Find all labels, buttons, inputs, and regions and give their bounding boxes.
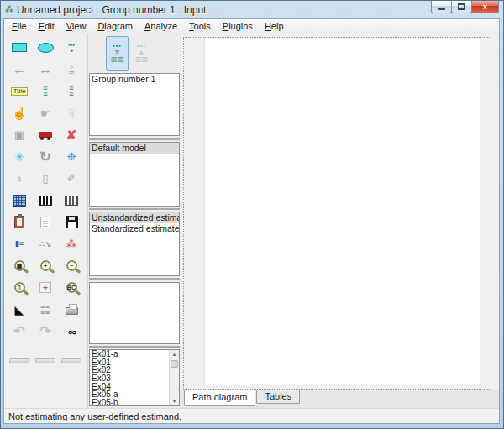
search-button[interactable]: ∞ xyxy=(60,322,83,341)
duplicate-objects-button[interactable]: ▣ xyxy=(8,125,31,144)
view-input-path-diagram-button[interactable]: ▪▪▪ ▼ ▥▥ xyxy=(106,36,129,71)
scroll-up-icon[interactable]: ▲ xyxy=(170,350,179,358)
main-area: ▪▪▪ ● ← ↔ ○ ▭ Title ≡ ≡ ≡ ≡ ☝ ☛ xyxy=(4,34,499,408)
draw-ellipse-button[interactable] xyxy=(34,38,57,57)
scroll-thumb[interactable] xyxy=(171,360,178,368)
menu-tools[interactable]: Tools xyxy=(183,19,217,34)
undo-button[interactable]: ↶ xyxy=(8,322,31,341)
title-icon: Title xyxy=(11,87,27,96)
close-button[interactable]: × xyxy=(471,1,499,13)
draw-latent-variable-button[interactable]: ▪▪▪ ● xyxy=(60,38,83,57)
maximize-button[interactable] xyxy=(451,1,472,13)
scroll-icon: ▯ xyxy=(42,173,48,184)
select-all-button[interactable]: ☛ xyxy=(34,103,57,123)
calculate-estimates-button[interactable] xyxy=(8,212,31,232)
resize-diagram-button[interactable]: + xyxy=(34,278,57,297)
tab[interactable]: Tables xyxy=(256,390,300,404)
keyboard-light-icon xyxy=(65,196,78,206)
loupe-button[interactable]: BC xyxy=(60,278,83,297)
toolbar-stub-button[interactable] xyxy=(34,343,57,363)
zoom-in-button[interactable]: + xyxy=(34,256,57,275)
estimate-item[interactable]: Standardized estimates xyxy=(90,223,179,234)
drag-properties-button[interactable]: ∴↘ xyxy=(34,234,57,254)
draw-covariance-button[interactable]: ↔ xyxy=(34,60,57,79)
view-text-output-button[interactable] xyxy=(34,212,57,232)
empty-list[interactable] xyxy=(89,282,180,344)
minimize-icon xyxy=(438,8,445,10)
estimate-item[interactable]: Unstandardized estimates xyxy=(90,212,179,223)
wand-icon: ✐ xyxy=(67,173,76,184)
menu-plugins[interactable]: Plugins xyxy=(217,19,259,34)
resize-icon: + xyxy=(39,282,51,293)
menu-diagram[interactable]: Diagram xyxy=(92,19,139,34)
menu-edit[interactable]: Edit xyxy=(33,19,60,34)
model-item[interactable]: Default model xyxy=(90,143,179,154)
estimates-list[interactable]: Unstandardized estimatesStandardized est… xyxy=(89,212,180,276)
zoom-page-button[interactable]: ▯ xyxy=(8,278,31,297)
group-item[interactable]: Group number 1 xyxy=(90,74,179,85)
multiple-groups-button[interactable]: ∞∞ ∞∞ xyxy=(34,300,57,319)
menu-analyze[interactable]: Analyze xyxy=(139,19,183,34)
list-model-variables-button[interactable]: ≡ ≡ xyxy=(34,81,57,101)
diagram-page[interactable] xyxy=(204,39,480,385)
variable-list-icon: ≡ ≡ xyxy=(43,86,47,97)
draw-rectangle-button[interactable] xyxy=(8,38,31,57)
toolbar-stub-button[interactable] xyxy=(60,343,83,363)
files-list[interactable]: Ex01-aEx01Ex02Ex03Ex04Ex05-aEx05-bEx06-a… xyxy=(89,349,180,406)
side-panel: ▪▪▪ ▼ ▥▥ ▪▪▪ ▲ ▥▥ Group number 1 xyxy=(87,34,181,408)
object-properties-button[interactable]: ▮≡ xyxy=(8,234,31,254)
panel-splitter[interactable] xyxy=(89,208,180,211)
reflect-icon: ❉ xyxy=(67,151,76,162)
menu-help[interactable]: Help xyxy=(259,19,290,34)
binoculars-icon: ∞ xyxy=(68,326,75,337)
toolbar-stub-button[interactable] xyxy=(8,343,31,363)
maximize-icon xyxy=(458,3,465,10)
figure-caption-button[interactable]: Title xyxy=(8,81,31,101)
tab[interactable]: Path diagram xyxy=(184,390,255,406)
move-objects-button[interactable] xyxy=(34,125,57,144)
erase-objects-button[interactable]: ✘ xyxy=(60,125,83,144)
deselect-all-button[interactable]: ☟ xyxy=(60,103,83,123)
hand-deselect-icon: ☟ xyxy=(68,107,76,119)
variables-in-model-button[interactable] xyxy=(60,191,83,210)
save-button[interactable] xyxy=(60,212,83,232)
groups-list[interactable]: Group number 1 xyxy=(89,73,180,136)
bayesian-button[interactable]: ◣ xyxy=(8,300,31,319)
redo-button[interactable]: ↷ xyxy=(34,322,57,341)
hand-all-icon: ☛ xyxy=(40,107,51,119)
data-grid-icon xyxy=(13,195,26,207)
select-one-button[interactable]: ☝ xyxy=(8,103,31,123)
data-files-button[interactable] xyxy=(8,191,31,210)
view-output-path-diagram-button[interactable]: ▪▪▪ ▲ ▥▥ xyxy=(130,36,153,71)
models-list[interactable]: Default model xyxy=(89,142,180,207)
variables-in-dataset-button[interactable] xyxy=(34,191,57,210)
draw-path-button[interactable]: ← xyxy=(8,60,31,79)
text-page-icon xyxy=(40,217,50,228)
reflect-indicators-button[interactable]: ❉ xyxy=(60,147,83,166)
menu-view[interactable]: View xyxy=(60,19,92,34)
scroll-down-icon[interactable]: ▼ xyxy=(170,397,179,405)
add-error-variable-button[interactable]: ○ ▭ xyxy=(60,60,83,79)
move-parameter-button[interactable]: ✳ xyxy=(8,147,31,166)
panel-splitter[interactable] xyxy=(89,278,180,280)
list-data-variables-button[interactable]: ≡ ≡ xyxy=(60,81,83,101)
preserve-symmetries-button[interactable]: ⁂ xyxy=(60,234,83,254)
menu-file[interactable]: File xyxy=(6,19,33,34)
minimize-button[interactable] xyxy=(431,1,452,13)
rotate-icon: ↻ xyxy=(39,150,50,164)
drawing-canvas[interactable] xyxy=(183,37,491,390)
select-area-button[interactable]: ♁ xyxy=(8,169,31,188)
glasses-icon: ∞∞ ∞∞ xyxy=(40,304,50,316)
cyan-asterisk-icon: ✳ xyxy=(14,151,24,163)
rotate-indicators-button[interactable]: ↻ xyxy=(34,147,57,166)
touch-up-button[interactable]: ✐ xyxy=(60,169,83,188)
print-button[interactable] xyxy=(60,300,83,319)
lasso-icon: ♁ xyxy=(15,173,24,184)
panel-splitter[interactable] xyxy=(89,138,180,140)
scroll-diagram-button[interactable]: ▯ xyxy=(34,169,57,188)
panel-splitter[interactable] xyxy=(89,346,180,348)
zoom-area-button[interactable]: ▦ xyxy=(8,256,31,275)
files-scrollbar[interactable]: ▲ ▼ xyxy=(169,350,179,405)
zoom-out-button[interactable]: − xyxy=(60,256,83,275)
stub-icon xyxy=(61,358,81,363)
